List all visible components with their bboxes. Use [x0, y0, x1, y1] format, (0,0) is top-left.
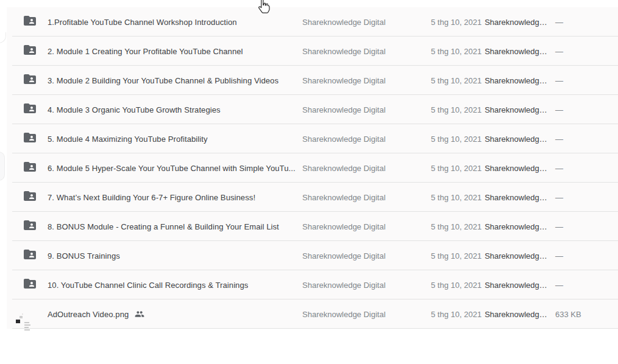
last-modified-by: Shareknowledg… [485, 281, 547, 290]
shared-folder-icon [23, 189, 37, 206]
file-name[interactable]: 2. Module 1 Creating Your Profitable You… [48, 47, 243, 56]
file-row[interactable]: 9. BONUS Trainings Shareknowledge Digita… [7, 241, 618, 270]
file-type-icon-cell [7, 276, 48, 293]
last-modified-date: 5 thg 10, 2021 [431, 135, 481, 144]
shared-folder-icon [23, 130, 37, 147]
file-owner: Shareknowledge Digital [302, 281, 431, 290]
file-owner: Shareknowledge Digital [302, 135, 431, 144]
last-modified-by: Shareknowledg… [485, 193, 547, 202]
drive-file-list: 1.Profitable YouTube Channel Workshop In… [7, 7, 618, 329]
file-type-icon-cell [7, 130, 48, 147]
file-row[interactable]: 7. What’s Next Building Your 6-7+ Figure… [7, 183, 618, 212]
file-row[interactable]: 6. Module 5 Hyper-Scale Your YouTube Cha… [7, 153, 618, 183]
file-row[interactable]: 5. Module 4 Maximizing YouTube Profitabi… [7, 124, 618, 153]
file-owner: Shareknowledge Digital [302, 251, 431, 261]
file-size: — [552, 164, 618, 173]
file-type-icon-cell [7, 247, 48, 264]
file-name[interactable]: 3. Module 2 Building Your YouTube Channe… [48, 76, 279, 85]
last-modified-date: 5 thg 10, 2021 [431, 251, 481, 261]
file-size: — [552, 193, 618, 202]
file-name[interactable]: 1.Profitable YouTube Channel Workshop In… [48, 18, 237, 27]
last-modified-date: 5 thg 10, 2021 [431, 310, 481, 319]
file-name[interactable]: 8. BONUS Module - Creating a Funnel & Bu… [48, 222, 279, 231]
shared-folder-icon [23, 13, 37, 30]
file-size: — [552, 222, 618, 231]
shared-people-icon [135, 309, 144, 319]
file-row[interactable]: 3. Module 2 Building Your YouTube Channe… [7, 66, 618, 95]
file-name[interactable]: 9. BONUS Trainings [48, 251, 120, 261]
last-modified-by: Shareknowledg… [485, 135, 547, 144]
file-name[interactable]: 4. Module 3 Organic YouTube Growth Strat… [48, 105, 221, 114]
shared-folder-icon [23, 218, 37, 235]
last-modified-by: Shareknowledg… [485, 105, 547, 114]
last-modified-date: 5 thg 10, 2021 [431, 105, 481, 114]
last-modified-by: Shareknowledg… [485, 47, 547, 56]
last-modified-date: 5 thg 10, 2021 [431, 222, 481, 231]
last-modified-date: 5 thg 10, 2021 [431, 18, 481, 27]
file-size: — [552, 47, 618, 56]
file-owner: Shareknowledge Digital [302, 18, 431, 27]
file-size: — [552, 251, 618, 261]
file-owner: Shareknowledge Digital [302, 105, 431, 114]
file-name[interactable]: 7. What’s Next Building Your 6-7+ Figure… [48, 193, 255, 202]
file-type-icon-cell [7, 189, 48, 206]
file-size: — [552, 76, 618, 85]
shared-folder-icon [23, 247, 37, 264]
file-size: 633 KB [552, 310, 618, 319]
shared-folder-icon [23, 101, 37, 118]
shared-folder-icon [23, 159, 37, 177]
last-modified-by: Shareknowledg… [485, 18, 547, 27]
file-owner: Shareknowledge Digital [302, 222, 431, 231]
last-modified-by: Shareknowledg… [485, 310, 547, 319]
file-owner: Shareknowledge Digital [302, 193, 431, 202]
file-row[interactable]: 10. YouTube Channel Clinic Call Recordin… [7, 270, 618, 299]
file-type-icon-cell [7, 101, 48, 118]
file-type-icon-cell [7, 218, 48, 235]
last-modified-date: 5 thg 10, 2021 [431, 193, 481, 202]
sidebar-edge-notch-middle [0, 152, 5, 181]
file-size: — [552, 18, 618, 27]
file-name[interactable]: AdOutreach Video.png [48, 310, 129, 319]
file-owner: Shareknowledge Digital [302, 47, 431, 56]
file-name[interactable]: 5. Module 4 Maximizing YouTube Profitabi… [48, 135, 208, 144]
file-row[interactable]: 8. BONUS Module - Creating a Funnel & Bu… [7, 212, 618, 241]
file-size: — [552, 135, 618, 144]
file-type-icon-cell [7, 13, 48, 30]
shared-folder-icon [23, 43, 37, 60]
sidebar-edge-notch-top [0, 32, 6, 43]
file-row[interactable]: AdOutreach Video.png Shareknowledge Digi… [7, 299, 618, 329]
last-modified-date: 5 thg 10, 2021 [431, 76, 481, 85]
file-owner: Shareknowledge Digital [302, 164, 431, 173]
file-name[interactable]: 10. YouTube Channel Clinic Call Recordin… [48, 281, 248, 290]
file-type-icon-cell [7, 159, 48, 177]
file-row[interactable]: 4. Module 3 Organic YouTube Growth Strat… [7, 95, 618, 124]
file-size: — [552, 281, 618, 290]
last-modified-date: 5 thg 10, 2021 [431, 47, 481, 56]
last-modified-date: 5 thg 10, 2021 [431, 164, 481, 173]
file-row[interactable]: 1.Profitable YouTube Channel Workshop In… [7, 7, 618, 37]
last-modified-by: Shareknowledg… [485, 222, 547, 231]
shared-folder-icon [23, 72, 37, 89]
shared-folder-icon [23, 276, 37, 293]
last-modified-date: 5 thg 10, 2021 [431, 281, 481, 290]
file-row[interactable]: 2. Module 1 Creating Your Profitable You… [7, 37, 618, 66]
file-type-icon-cell [7, 72, 48, 89]
file-owner: Shareknowledge Digital [302, 310, 431, 319]
last-modified-by: Shareknowledg… [485, 164, 547, 173]
file-name[interactable]: 6. Module 5 Hyper-Scale Your YouTube Cha… [48, 164, 296, 173]
last-modified-by: Shareknowledg… [485, 251, 547, 261]
file-owner: Shareknowledge Digital [302, 76, 431, 85]
file-type-icon-cell [7, 43, 48, 60]
file-size: — [552, 105, 618, 114]
last-modified-by: Shareknowledg… [485, 76, 547, 85]
